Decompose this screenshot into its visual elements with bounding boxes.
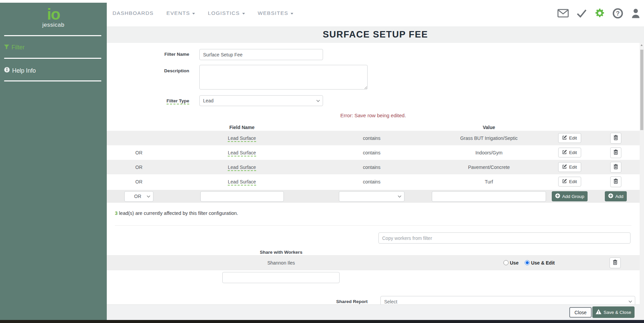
edit-button[interactable]: Edit bbox=[558, 177, 581, 187]
chevron-down-icon bbox=[629, 299, 632, 303]
value-cell: Indoors/Gym bbox=[430, 150, 547, 155]
operator-cell: contains bbox=[313, 179, 430, 184]
sidebar-divider bbox=[4, 80, 101, 81]
save-and-close-button[interactable]: Save & Close bbox=[592, 306, 635, 318]
use-and-edit-radio[interactable] bbox=[525, 260, 530, 265]
nav-item-dashboards[interactable]: DASHBOARDS bbox=[113, 10, 154, 16]
edit-button[interactable]: Edit bbox=[558, 148, 581, 157]
nav-icon-group: ? bbox=[558, 0, 641, 26]
edit-button[interactable]: Edit bbox=[558, 162, 581, 172]
conjunction-cell: OR bbox=[107, 165, 171, 170]
use-radio[interactable] bbox=[503, 260, 509, 265]
pencil-square-icon bbox=[562, 164, 567, 170]
scroll-up-arrow[interactable] bbox=[641, 44, 643, 46]
chevron-down-icon bbox=[242, 13, 245, 15]
chevron-down-icon bbox=[398, 194, 401, 197]
nav-label: DASHBOARDS bbox=[113, 10, 154, 16]
field-cell: Lead Surface bbox=[171, 150, 313, 155]
operator-cell: contains bbox=[313, 135, 430, 141]
trash-icon bbox=[614, 149, 618, 156]
sidebar-item-filter[interactable]: Filter bbox=[4, 44, 25, 51]
warning-triangle-icon bbox=[596, 309, 601, 315]
operator-cell: contains bbox=[313, 165, 430, 170]
check-icon[interactable] bbox=[576, 9, 587, 18]
chevron-down-icon bbox=[291, 13, 293, 15]
add-worker-input[interactable] bbox=[222, 272, 340, 283]
sidebar: io jessicab Filter Help Info bbox=[0, 3, 107, 320]
delete-button[interactable] bbox=[610, 176, 621, 187]
new-value-input[interactable] bbox=[432, 191, 546, 202]
top-navbar: DASHBOARDS EVENTS LOGISTICS WEBSITES ? bbox=[107, 0, 644, 26]
bottom-taskbar-strip bbox=[0, 320, 644, 323]
app-logo: io bbox=[0, 7, 107, 21]
mail-icon[interactable] bbox=[558, 9, 569, 18]
new-operator-select[interactable] bbox=[339, 191, 404, 202]
pencil-square-icon bbox=[562, 179, 567, 184]
filter-name-input[interactable] bbox=[199, 49, 323, 60]
shared-report-value: Select bbox=[384, 299, 629, 304]
field-cell: Lead Surface bbox=[171, 179, 313, 184]
filter-type-select[interactable]: Lead bbox=[199, 95, 323, 106]
nav-item-websites[interactable]: WEBSITES bbox=[258, 10, 294, 16]
trash-icon bbox=[614, 164, 618, 170]
copy-workers-input[interactable] bbox=[378, 232, 630, 244]
use-and-edit-radio-label: Use & Edit bbox=[531, 260, 555, 266]
conjunction-select[interactable]: OR bbox=[124, 191, 153, 202]
condition-row: OR Lead Surface contains Indoors/Gym Edi… bbox=[107, 145, 640, 160]
error-message: Error: Save row being edited. bbox=[107, 113, 640, 118]
field-cell: Lead Surface bbox=[171, 165, 313, 170]
vertical-scrollbar[interactable] bbox=[640, 43, 644, 320]
filter-type-label: Filter Type bbox=[107, 98, 189, 103]
value-header: Value bbox=[430, 125, 547, 130]
delete-button[interactable] bbox=[610, 147, 621, 158]
delete-button[interactable] bbox=[610, 162, 621, 173]
scrollbar-thumb[interactable] bbox=[640, 50, 643, 130]
conjunction-cell: OR bbox=[107, 179, 171, 184]
account-name: jessicab bbox=[0, 22, 107, 28]
share-with-workers-heading: Share with Workers bbox=[107, 250, 455, 255]
delete-worker-button[interactable] bbox=[610, 257, 621, 268]
affected-count: 3 bbox=[115, 210, 118, 216]
nav-item-events[interactable]: EVENTS bbox=[167, 10, 195, 16]
value-cell: Pavement/Concrete bbox=[430, 165, 547, 170]
description-label: Description bbox=[107, 68, 189, 73]
nav-menu: DASHBOARDS EVENTS LOGISTICS WEBSITES bbox=[113, 0, 293, 26]
edit-button[interactable]: Edit bbox=[558, 133, 581, 143]
chevron-down-icon bbox=[147, 194, 150, 197]
condition-row: Lead Surface contains Grass BUT Irrigati… bbox=[107, 131, 640, 145]
new-field-input[interactable] bbox=[200, 191, 284, 202]
condition-row: OR Lead Surface contains Turf Edit bbox=[107, 174, 640, 189]
gear-icon[interactable] bbox=[595, 8, 605, 18]
filter-name-label: Filter Name bbox=[107, 52, 189, 57]
affected-leads-text: 3 lead(s) are currently affected by this… bbox=[115, 210, 238, 216]
condition-row: OR Lead Surface contains Pavement/Concre… bbox=[107, 160, 640, 174]
value-cell: Turf bbox=[430, 179, 547, 184]
info-icon bbox=[4, 67, 10, 74]
pencil-square-icon bbox=[562, 150, 567, 155]
close-button[interactable]: Close bbox=[569, 307, 592, 318]
sidebar-divider bbox=[4, 58, 101, 59]
trash-icon bbox=[614, 178, 618, 185]
add-condition-row: OR Add Group Add bbox=[107, 190, 640, 203]
shared-report-label: Shared Report bbox=[293, 299, 368, 304]
user-icon[interactable] bbox=[631, 8, 641, 19]
sidebar-item-help-info[interactable]: Help Info bbox=[4, 67, 36, 74]
sidebar-item-label: Filter bbox=[11, 44, 25, 51]
nav-label: EVENTS bbox=[167, 10, 190, 16]
add-group-button[interactable]: Add Group bbox=[552, 191, 588, 201]
add-button[interactable]: Add bbox=[605, 191, 627, 201]
delete-button[interactable] bbox=[610, 133, 621, 144]
main-content: Filter Name Description Filter Type Lead… bbox=[107, 43, 640, 304]
svg-text:?: ? bbox=[616, 10, 620, 17]
nav-item-logistics[interactable]: LOGISTICS bbox=[208, 10, 245, 16]
worker-name: Shannon Iles bbox=[107, 260, 455, 266]
permission-radio-group: Use Use & Edit bbox=[499, 260, 555, 266]
description-textarea[interactable] bbox=[199, 65, 368, 90]
filter-type-value: Lead bbox=[203, 98, 317, 103]
title-bar: SURFACE SETUP FEE bbox=[107, 26, 644, 43]
help-icon[interactable]: ? bbox=[613, 8, 623, 19]
plus-circle-icon bbox=[608, 193, 613, 199]
use-radio-label: Use bbox=[510, 260, 519, 266]
field-cell: Lead Surface bbox=[171, 135, 313, 141]
operator-cell: contains bbox=[313, 150, 430, 155]
